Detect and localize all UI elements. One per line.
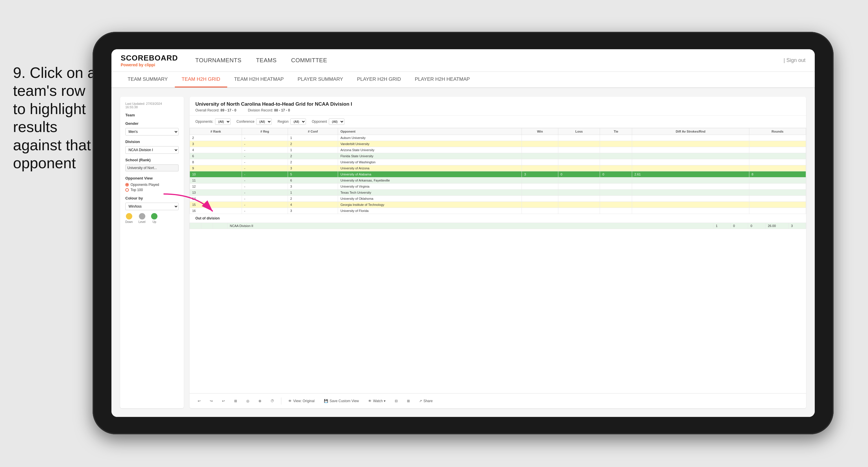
out-div-loss: 0 bbox=[731, 223, 748, 229]
view-original-btn[interactable]: 👁 View: Original bbox=[286, 398, 317, 404]
cell-rank: 6 bbox=[190, 153, 242, 159]
cell-opponent: Vanderbilt University bbox=[338, 141, 522, 147]
cell-diff: 2.61 bbox=[632, 171, 749, 177]
cell-win bbox=[522, 165, 558, 171]
toolbar-clock[interactable]: ⏱ bbox=[268, 398, 276, 404]
filter-region: Region (All) bbox=[278, 118, 306, 125]
nav-teams[interactable]: TEAMS bbox=[256, 56, 276, 65]
opponents-filter-select[interactable]: (All) bbox=[215, 118, 231, 125]
cell-win bbox=[522, 177, 558, 183]
toolbar-undo2[interactable]: ↩ bbox=[220, 398, 227, 404]
save-custom-view-btn[interactable]: 💾 Save Custom View bbox=[321, 398, 361, 404]
table-row[interactable]: 14-2University of Oklahoma bbox=[190, 196, 806, 202]
tab-player-h2h-grid[interactable]: PLAYER H2H GRID bbox=[350, 72, 408, 87]
out-div-label: NCAA Division II bbox=[227, 223, 713, 229]
cell-reg: - bbox=[242, 153, 288, 159]
cell-opponent: Auburn University bbox=[338, 135, 522, 141]
table-row[interactable]: 11-6University of Arkansas, Fayetteville bbox=[190, 177, 806, 183]
cell-tie bbox=[600, 141, 632, 147]
cell-win: 3 bbox=[522, 171, 558, 177]
cell-rounds bbox=[749, 196, 806, 202]
toolbar-redo[interactable]: ↪ bbox=[208, 398, 215, 404]
share-btn[interactable]: ↗ Share bbox=[417, 398, 435, 404]
tab-team-summary[interactable]: TEAM SUMMARY bbox=[121, 72, 175, 87]
cell-reg: - bbox=[242, 202, 288, 208]
col-diff: Diff Av Strokes/Rnd bbox=[632, 128, 749, 135]
cell-conf: 4 bbox=[288, 202, 338, 208]
nav-tournaments[interactable]: TOURNAMENTS bbox=[195, 56, 242, 65]
cell-diff bbox=[632, 202, 749, 208]
table-row[interactable]: 15-4Georgia Institute of Technology bbox=[190, 202, 806, 208]
watch-btn[interactable]: 👁 Watch ▾ bbox=[366, 398, 388, 404]
gender-select[interactable]: Men's bbox=[125, 128, 179, 136]
cell-opponent: University of Alabama bbox=[338, 171, 522, 177]
colour-circle-down bbox=[126, 213, 132, 220]
tab-player-summary[interactable]: PLAYER SUMMARY bbox=[290, 72, 350, 87]
tab-team-h2h-grid[interactable]: TEAM H2H GRID bbox=[175, 72, 227, 87]
out-div-rank bbox=[190, 223, 202, 229]
cell-tie bbox=[600, 159, 632, 165]
cell-rounds bbox=[749, 165, 806, 171]
out-division-row[interactable]: NCAA Division II 1 0 0 26.00 3 bbox=[190, 223, 806, 229]
tablet-frame: SCOREBOARD Powered by clippi TOURNAMENTS… bbox=[93, 32, 834, 434]
cell-loss bbox=[558, 159, 600, 165]
cell-rounds bbox=[749, 159, 806, 165]
toolbar-icon2[interactable]: ◎ bbox=[244, 398, 251, 404]
cell-win bbox=[522, 153, 558, 159]
table-row[interactable]: 2-1Auburn University bbox=[190, 135, 806, 141]
colour-label-up: Up bbox=[153, 220, 156, 224]
tab-team-h2h-heatmap[interactable]: TEAM H2H HEATMAP bbox=[227, 72, 291, 87]
cell-rounds bbox=[749, 135, 806, 141]
toolbar-undo[interactable]: ↩ bbox=[195, 398, 203, 404]
grid-table-container: # Rank # Reg # Conf Opponent Win Loss Ti… bbox=[190, 128, 806, 393]
team-label: Team bbox=[125, 113, 179, 117]
cell-opponent: Texas Tech University bbox=[338, 189, 522, 196]
cell-tie bbox=[600, 177, 632, 183]
cell-rounds bbox=[749, 141, 806, 147]
cell-conf: 1 bbox=[288, 189, 338, 196]
conference-filter-select[interactable]: (All) bbox=[256, 118, 272, 125]
toolbar-icon4[interactable]: ⊟ bbox=[393, 398, 400, 404]
cell-reg: - bbox=[242, 159, 288, 165]
table-row[interactable]: 10-5University of Alabama3002.618 bbox=[190, 171, 806, 177]
cell-diff bbox=[632, 135, 749, 141]
cell-rank: 4 bbox=[190, 147, 242, 153]
cell-reg: - bbox=[242, 171, 288, 177]
opponent-view-section: Opponent View Opponents Played Top 100 bbox=[125, 176, 179, 192]
cell-opponent: Florida State University bbox=[338, 153, 522, 159]
toolbar-icon3[interactable]: ⊕ bbox=[256, 398, 264, 404]
cell-conf: 1 bbox=[288, 147, 338, 153]
tab-player-h2h-heatmap[interactable]: PLAYER H2H HEATMAP bbox=[408, 72, 477, 87]
division-select[interactable]: NCAA Division I bbox=[125, 146, 179, 154]
table-row[interactable]: 8-2University of Washington bbox=[190, 159, 806, 165]
cell-conf: 3 bbox=[288, 183, 338, 189]
table-row[interactable]: 3-2Vanderbilt University bbox=[190, 141, 806, 147]
main-content: Last Updated: 27/03/2024 16:55:38 Team G… bbox=[112, 88, 815, 417]
toolbar-icon1[interactable]: ⊞ bbox=[232, 398, 239, 404]
cell-rank: 2 bbox=[190, 135, 242, 141]
opponent-filter-select[interactable]: (All) bbox=[329, 118, 344, 125]
cell-win bbox=[522, 196, 558, 202]
table-row[interactable]: 13-1Texas Tech University bbox=[190, 189, 806, 196]
table-row[interactable]: 9-3University of Arizona bbox=[190, 165, 806, 171]
table-row[interactable]: 12-3University of Virginia bbox=[190, 183, 806, 189]
cell-win bbox=[522, 183, 558, 189]
tablet-screen: SCOREBOARD Powered by clippi TOURNAMENTS… bbox=[112, 49, 815, 417]
overall-record: Overall Record: 89 - 17 - 0 bbox=[195, 108, 236, 112]
cell-loss bbox=[558, 208, 600, 214]
table-row[interactable]: 4-1Arizona State University bbox=[190, 147, 806, 153]
table-row[interactable]: 16-3University of Florida bbox=[190, 208, 806, 214]
table-row[interactable]: 6-2Florida State University bbox=[190, 153, 806, 159]
cell-rank: 8 bbox=[190, 159, 242, 165]
toolbar-icon5[interactable]: ⊞ bbox=[405, 398, 412, 404]
sign-out-link[interactable]: | Sign out bbox=[783, 57, 805, 63]
col-conf: # Conf bbox=[288, 128, 338, 135]
col-rounds: Rounds bbox=[749, 128, 806, 135]
radio-opponents-played[interactable]: Opponents Played bbox=[125, 183, 179, 187]
out-div-rounds: 3 bbox=[789, 223, 806, 229]
nav-committee[interactable]: COMMITTEE bbox=[291, 56, 327, 65]
out-div-diff: 26.00 bbox=[766, 223, 789, 229]
radio-dot-opponents bbox=[125, 183, 129, 186]
grid-header: University of North Carolina Head-to-Hea… bbox=[190, 97, 806, 116]
region-filter-select[interactable]: (All) bbox=[290, 118, 306, 125]
